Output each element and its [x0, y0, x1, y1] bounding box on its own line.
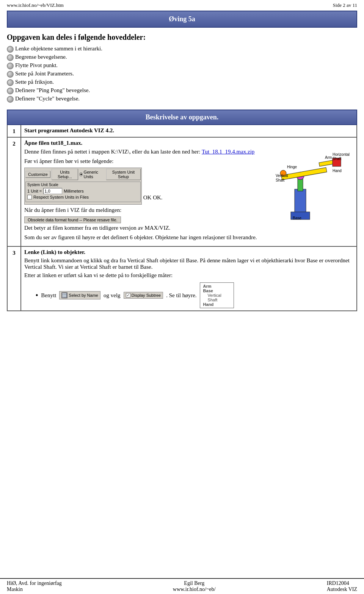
- step3-para1: Benytt link kommandoen og klikk og dra f…: [24, 257, 353, 270]
- svg-point-22: [63, 296, 64, 298]
- arm-diagram: Arm Horizontal Shaft Hinge Vertical Shaf…: [266, 140, 353, 244]
- unit-type-label: Millimeters: [64, 189, 84, 193]
- select-by-name-button[interactable]: Select by Name: [59, 291, 100, 299]
- display-subtree-label: Display Subtree: [132, 293, 161, 298]
- tree-item: Base: [203, 288, 231, 293]
- task-table: Beskrivelse av oppgaven. 1 Start program…: [7, 110, 357, 311]
- svg-text:Shaft: Shaft: [276, 178, 285, 182]
- footer-center-line2: www.ir.hiof.no/~eb/: [173, 586, 216, 592]
- respect-checkbox[interactable]: [27, 195, 32, 199]
- checkbox-label: Respect System Units in Files: [33, 195, 89, 199]
- svg-point-20: [63, 293, 64, 295]
- bullet-icon: [7, 96, 14, 103]
- list-item: Definere "Ping Pong" bevegelse.: [7, 87, 357, 94]
- units-dialog: Customize Units Setup... Generic Units S…: [24, 168, 142, 205]
- units-setup-button[interactable]: Units Setup...: [52, 169, 78, 180]
- generic-units-label: Generic Units: [84, 170, 105, 179]
- footer-right-line1: IRD12004: [327, 580, 357, 586]
- tree-diagram: Arm Base Vertical Shaft Hand: [200, 282, 234, 308]
- benytt-text: Benytt: [41, 292, 56, 299]
- checkbox-row: Respect System Units in Files: [27, 195, 139, 199]
- bullet-point-row: • Benytt: [36, 282, 353, 308]
- bullet-icon: [7, 63, 14, 69]
- table-row: 2 Åpne filen tut18_1.max. Denne filen fi…: [7, 137, 357, 246]
- main-content: Oppgaven kan deles i følgende hoveddeler…: [0, 33, 364, 311]
- page-footer: HiØ, Avd. for ingeniørfag Maskin Egil Be…: [0, 578, 364, 594]
- arm-svg: Arm Horizontal Shaft Hinge Vertical Shaf…: [266, 140, 350, 223]
- og-velg-text: og velg: [104, 292, 121, 299]
- list-item: Sette på friksjon.: [7, 79, 357, 86]
- bullet-icon: [7, 46, 14, 53]
- bullet-icon: [7, 71, 14, 78]
- svg-text:Base: Base: [293, 216, 301, 220]
- table-row: 3 Lenke (Link) to objekter. Benytt link …: [7, 246, 357, 311]
- title-label: Øving 5a: [169, 15, 195, 23]
- obsolete-message-bar: Obsolete data format found -- Please res…: [24, 216, 121, 223]
- svg-point-21: [63, 295, 64, 296]
- system-unit-scale-group: System Unit Scale 1 Unit = Millimeters R…: [25, 182, 141, 202]
- step1-title: Start programmet Autodesk VIZ 4.2.: [24, 127, 114, 133]
- unit-value-input[interactable]: [43, 188, 62, 194]
- intro-section: Oppgaven kan deles i følgende hoveddeler…: [7, 33, 357, 103]
- step2-para1: Denne filen finnes på nettet i mappen K:…: [24, 149, 262, 155]
- display-subtree-button[interactable]: ✓ Display Subtree: [124, 292, 163, 299]
- row-content: Start programmet Autodesk VIZ 4.2.: [21, 125, 357, 137]
- zip-link[interactable]: Tut_18.1_19.4.max.zip: [202, 149, 254, 155]
- dialog-toolbar: Customize Units Setup... Generic Units S…: [25, 169, 141, 180]
- intro-heading: Oppgaven kan deles i følgende hoveddeler…: [7, 33, 357, 42]
- when-open-text: Når du åpner filen i VIZ får du meldinge…: [24, 207, 262, 213]
- table-row: 1 Start programmet Autodesk VIZ 4.2.: [7, 125, 357, 137]
- customize-button[interactable]: Customize: [25, 171, 50, 178]
- step3-title: Lenke (Link) to objekter.: [24, 249, 353, 255]
- footer-right-line2: Autodesk VIZ: [327, 586, 357, 592]
- header-url: www.ir.hiof.no/~eb/VIZ.htm: [7, 2, 64, 8]
- se-til-hoyre-text: . Se til høyre.: [166, 292, 196, 299]
- row-number: 1: [7, 125, 21, 137]
- det-text: Det betyr at filen kommer fra en tidlige…: [24, 225, 262, 231]
- unit-row: 1 Unit = Millimeters: [27, 188, 139, 194]
- list-item: Sette på Joint Parameters.: [7, 71, 357, 78]
- tree-item: Vertical Shaft: [203, 293, 231, 302]
- step2-container: Åpne filen tut18_1.max. Denne filen finn…: [24, 140, 353, 244]
- system-unit-setup-button[interactable]: System Unit Setup: [106, 169, 141, 180]
- figure-text: Som du ser av figuren til høyre er det d…: [24, 234, 262, 241]
- step2-para2: Før vi åpner filen bør vi sette følgende…: [24, 158, 262, 165]
- bullet-list: Lenke objektene sammen i et hierarki. Be…: [7, 45, 357, 103]
- header-page-info: Side 2 av 11: [333, 2, 357, 8]
- footer-left-line2: Maskin: [7, 586, 62, 592]
- tree-item: Arm: [203, 284, 231, 288]
- title-bar: Øving 5a: [7, 11, 357, 28]
- group-title: System Unit Scale: [27, 183, 139, 187]
- step2-heading: Åpne filen tut18_1.max.: [24, 140, 262, 146]
- table-header: Beskrivelse av oppgaven.: [7, 110, 357, 125]
- step3-para2: Etter at linken er utført så kan vi se d…: [24, 272, 353, 279]
- bullet-icon: [7, 79, 14, 86]
- svg-text:Hinge: Hinge: [287, 165, 297, 169]
- footer-center: Egil Berg www.ir.hiof.no/~eb/: [173, 580, 216, 592]
- checkmark-icon: ✓: [126, 293, 130, 298]
- select-icon: [61, 292, 67, 298]
- footer-center-line1: Egil Berg: [184, 580, 204, 586]
- row-number: 2: [7, 137, 21, 246]
- step2-text: Åpne filen tut18_1.max. Denne filen finn…: [24, 140, 262, 244]
- list-item: Lenke objektene sammen i et hierarki.: [7, 45, 357, 53]
- svg-text:Arm: Arm: [325, 155, 332, 160]
- footer-left-line1: HiØ, Avd. for ingeniørfag: [7, 580, 62, 586]
- ok-text: OK OK.: [143, 194, 163, 201]
- row-content: Åpne filen tut18_1.max. Denne filen finn…: [21, 137, 357, 246]
- row-content: Lenke (Link) to objekter. Benytt link ko…: [21, 246, 357, 311]
- bullet-icon: [7, 54, 14, 61]
- unit-label: 1 Unit =: [27, 189, 42, 193]
- list-item: Definere "Cycle" bevegelse.: [7, 96, 357, 103]
- bullet-icon: [7, 88, 14, 94]
- footer-right: IRD12004 Autodesk VIZ: [327, 580, 357, 592]
- generic-units-radio[interactable]: [79, 172, 83, 176]
- row-number: 3: [7, 246, 21, 311]
- list-item: Begrense bevegelsene.: [7, 54, 357, 61]
- page-header: www.ir.hiof.no/~eb/VIZ.htm Side 2 av 11: [0, 0, 364, 11]
- tree-item: Hand: [203, 302, 231, 307]
- svg-text:Horizontal: Horizontal: [333, 152, 350, 157]
- svg-text:Hand: Hand: [333, 169, 342, 173]
- svg-text:Vertical: Vertical: [276, 174, 288, 178]
- bullet-dot: •: [36, 292, 38, 299]
